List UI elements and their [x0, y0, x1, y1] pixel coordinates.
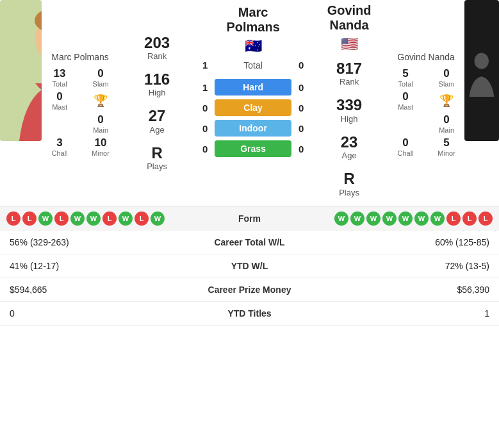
clay-button[interactable]: Clay	[215, 99, 291, 116]
left-player-photo	[0, 0, 42, 141]
left-form-badges: LLWLWWLWLW	[6, 212, 211, 226]
left-high-label: High	[144, 88, 170, 97]
left-player-name-center: MarcPolmans	[226, 5, 279, 35]
left-rank-label: Rank	[144, 51, 170, 61]
form-badge: W	[86, 212, 101, 226]
left-age-label: Age	[149, 125, 166, 135]
stats-table: 56% (329-263) Career Total W/L 60% (125-…	[0, 231, 499, 326]
right-age-block: 23 Age	[341, 134, 358, 160]
right-mast-val: 0	[402, 90, 408, 103]
indoor-score-right: 0	[291, 123, 311, 134]
form-label: Form	[211, 213, 288, 224]
left-mast-cell: 0 Mast	[42, 90, 78, 111]
left-plays-val: R	[147, 145, 167, 162]
right-age-val: 23	[341, 134, 358, 151]
left-chall-val: 3	[56, 137, 62, 149]
left-main-val: 0	[97, 113, 103, 126]
left-slam-val: 0	[97, 67, 103, 80]
hard-button[interactable]: Hard	[215, 79, 291, 95]
right-main-label: Main	[439, 126, 454, 134]
grass-button[interactable]: Grass	[215, 140, 291, 157]
right-minor-cell: 5 Minor	[429, 137, 464, 157]
stat-left-val: $594,665	[0, 278, 165, 301]
right-mast-label: Mast	[398, 103, 413, 111]
right-stats-col: Govind Nanda 5 Total 0 Slam 0 Mast 🏆	[388, 0, 464, 206]
stats-row: $594,665 Career Prize Money $56,390	[0, 278, 499, 301]
form-badge: W	[151, 212, 165, 226]
right-high-label: High	[336, 114, 362, 124]
left-minor-cell: 10 Minor	[83, 137, 119, 157]
center-area: MarcPolmans 🇦🇺 1 Total 0 1 Hard 0 0 Cl	[195, 0, 311, 206]
form-badge: W	[398, 212, 413, 226]
left-total-label: Total	[52, 80, 67, 88]
form-badge: L	[462, 212, 477, 226]
right-minor-label: Minor	[438, 149, 455, 157]
stat-left-val: 41% (12-17)	[0, 254, 165, 278]
right-high-val: 339	[336, 97, 362, 113]
right-player-name-center: GovindNanda	[327, 3, 372, 33]
left-age-val: 27	[149, 108, 166, 124]
form-badge: W	[70, 212, 85, 226]
form-badge: W	[414, 212, 429, 226]
left-info-grid: 13 Total 0 Slam 0 Mast 🏆 0 Main	[42, 67, 119, 157]
player-section: Marc Polmans 13 Total 0 Slam 0 Mast 🏆	[0, 0, 499, 206]
right-high-block: 339 High	[336, 97, 362, 123]
total-score-left: 1	[195, 60, 215, 71]
stats-row: 41% (12-17) YTD W/L 72% (13-5)	[0, 254, 499, 278]
left-high-block: 116 High	[144, 71, 170, 97]
right-mast-cell: 0 Mast	[388, 90, 423, 111]
form-badge: W	[350, 212, 364, 226]
right-form-badges: WWWWWWWLLL	[288, 212, 493, 226]
stat-center-label: Career Total W/L	[165, 231, 334, 254]
left-trophy-icon: 🏆	[94, 94, 108, 108]
right-trophy-cell: 🏆	[429, 90, 464, 111]
stat-center-label: YTD Titles	[165, 301, 334, 325]
indoor-row: 0 Indoor 0	[195, 120, 311, 137]
right-plays-block: R Plays	[339, 170, 359, 197]
left-slam-label: Slam	[93, 80, 109, 88]
indoor-button[interactable]: Indoor	[215, 120, 291, 137]
form-badge: W	[430, 212, 445, 226]
total-label: Total	[215, 60, 291, 71]
right-slam-cell: 0 Slam	[429, 67, 464, 88]
stat-center-label: YTD W/L	[165, 254, 334, 278]
form-badge: L	[102, 212, 117, 226]
form-badge: L	[446, 212, 461, 226]
right-age-label: Age	[341, 151, 358, 160]
hard-row: 1 Hard 0	[195, 79, 311, 95]
stat-right-val: $56,390	[334, 278, 499, 301]
main-container: Marc Polmans 13 Total 0 Slam 0 Mast 🏆	[0, 0, 499, 326]
left-trophy-cell: 🏆	[83, 90, 119, 111]
form-badge: L	[22, 212, 37, 226]
form-badge: W	[334, 212, 348, 226]
right-chall-val: 0	[402, 137, 408, 149]
right-plays-label: Plays	[339, 188, 359, 197]
form-badge: L	[135, 212, 149, 226]
right-player-photo	[464, 0, 499, 141]
left-plays-block: R Plays	[147, 145, 167, 171]
left-mast-label: Mast	[52, 103, 67, 111]
grass-score-left: 0	[195, 144, 215, 154]
left-flag: 🇦🇺	[226, 38, 279, 54]
stat-right-val: 60% (125-85)	[334, 231, 499, 254]
left-total-val: 13	[54, 67, 66, 80]
right-info-grid: 5 Total 0 Slam 0 Mast 🏆 0 Main	[388, 67, 464, 157]
left-rank-val: 203	[144, 35, 170, 51]
right-total-cell: 5 Total	[388, 67, 423, 88]
stats-row: 56% (329-263) Career Total W/L 60% (125-…	[0, 231, 499, 254]
left-stats-col: Marc Polmans 13 Total 0 Slam 0 Mast 🏆	[42, 0, 119, 206]
right-minor-val: 5	[443, 137, 449, 149]
left-minor-val: 10	[95, 137, 107, 149]
form-section: LLWLWWLWLW Form WWWWWWWLLL	[0, 206, 499, 231]
left-chall-label: Chall	[52, 149, 68, 157]
left-mast-val: 0	[56, 90, 62, 103]
form-badge: L	[479, 212, 493, 226]
hard-score-left: 1	[195, 82, 215, 93]
clay-score-right: 0	[291, 103, 311, 113]
left-slam-cell: 0 Slam	[83, 67, 119, 88]
svg-point-7	[475, 53, 489, 69]
right-main-val: 0	[443, 113, 449, 126]
right-slam-label: Slam	[439, 80, 455, 88]
right-flag: 🇺🇸	[327, 36, 372, 53]
left-main-cell: 0 Main	[83, 113, 119, 134]
